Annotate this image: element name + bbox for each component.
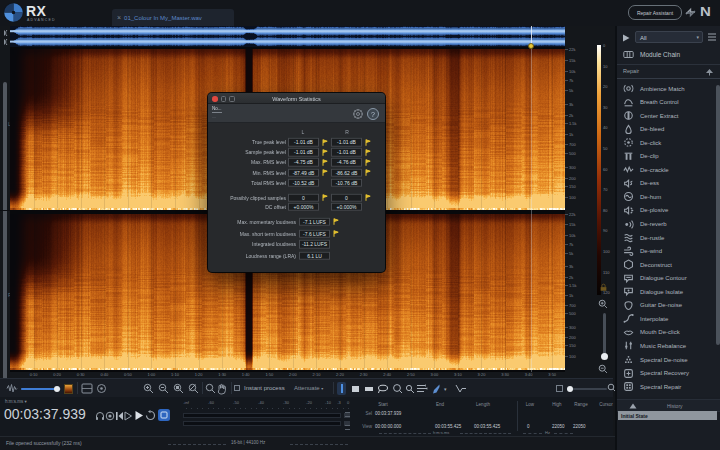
module-item[interactable]: Dialogue Isolate [617, 285, 717, 298]
hand-tool-icon[interactable] [216, 383, 228, 395]
channel-select-icons[interactable] [1, 29, 9, 47]
monitor-headphones-icon[interactable] [95, 410, 105, 421]
module-item[interactable]: Ambience Match [617, 82, 717, 95]
waveform-view-icon[interactable] [6, 383, 18, 394]
zoom-in-icon[interactable] [143, 383, 154, 394]
module-item[interactable]: Spectral Recovery [617, 367, 717, 380]
instant-process-label[interactable]: Instant process [244, 385, 285, 391]
zoom-out-icon[interactable] [158, 383, 169, 394]
spectrogram-view-icon[interactable] [64, 384, 73, 394]
vertical-zoom-slider-knob[interactable] [601, 353, 608, 360]
gear-icon[interactable] [352, 108, 364, 120]
time-ruler-label: 1:00 [147, 372, 155, 377]
dialog-title-bar[interactable]: Waveform Statistics [208, 93, 385, 104]
horizontal-zoom-track[interactable] [567, 388, 607, 391]
waveform-overview[interactable] [10, 26, 565, 47]
frequency-selection-tool-icon[interactable] [365, 387, 373, 391]
repair-section-header[interactable]: Repair [623, 68, 639, 74]
loop-playback-button[interactable] [145, 410, 156, 421]
tab-close-icon[interactable]: × [117, 14, 121, 21]
collapse-triangle-icon[interactable] [629, 403, 637, 409]
module-item[interactable]: De-plosive [617, 204, 717, 217]
module-item[interactable]: De-hum [617, 190, 717, 203]
play-button[interactable] [134, 410, 144, 421]
blend-slider-knob[interactable] [54, 386, 60, 392]
file-tab[interactable]: × 01_Colour In My_Master.wav [112, 9, 234, 26]
module-chain-item[interactable]: Module Chain [640, 51, 680, 58]
row-lock-icon[interactable] [345, 425, 350, 430]
vertical-scrollbar[interactable] [3, 82, 7, 392]
frequency-tick [565, 178, 568, 179]
module-item[interactable]: Deconstruct [617, 258, 717, 271]
pin-icon[interactable] [705, 68, 714, 76]
zoom-out-vertical-icon[interactable] [598, 364, 608, 374]
left-gutter: L R [0, 26, 10, 372]
magnify-tool-icon[interactable] [205, 383, 216, 394]
module-filter-select[interactable]: All ▾ [635, 31, 703, 43]
horizontal-zoom-knob[interactable] [567, 386, 573, 392]
history-panel: History Initial State [615, 397, 720, 450]
time-format-dropdown[interactable]: h:m:s.ms ▾ [5, 399, 27, 404]
wand-zoom-icon[interactable] [392, 383, 403, 394]
lasso-tool-icon[interactable] [377, 384, 389, 394]
panel-divider [617, 64, 720, 65]
panel-menu-icon[interactable] [707, 32, 717, 42]
module-item[interactable]: Interpolate [617, 312, 717, 325]
module-item[interactable]: Spectral Repair [617, 380, 717, 393]
module-item[interactable]: De-crackle [617, 163, 717, 176]
module-item[interactable]: De-ess [617, 177, 717, 190]
module-item[interactable]: De-wind [617, 245, 717, 258]
brush-tool-icon[interactable] [429, 383, 441, 395]
zoom-selection-icon[interactable] [173, 383, 184, 394]
meter-tick [251, 408, 252, 410]
time-frequency-selection-tool-icon[interactable] [352, 386, 359, 393]
preset-dropdown[interactable]: Attenuate ▾ [294, 385, 323, 391]
scale-lock-icon[interactable] [599, 283, 608, 292]
harmonics-select-icon[interactable] [416, 383, 428, 394]
module-item[interactable]: Breath Control [617, 96, 717, 109]
zoom-reset-icon[interactable] [188, 383, 199, 394]
module-item[interactable]: De-reverb [617, 218, 717, 231]
module-item[interactable]: Mouth De-click [617, 326, 717, 339]
module-item[interactable]: De-rustle [617, 231, 717, 244]
playhead-marker-dot[interactable] [528, 43, 534, 49]
repair-assistant-button[interactable]: Repair Assistant [628, 5, 682, 20]
app-logo-text: RX [26, 3, 46, 19]
module-item[interactable]: Guitar De-noise [617, 299, 717, 312]
time-ruler-label: 0:10 [30, 372, 38, 377]
module-item[interactable]: De-click [617, 136, 717, 149]
help-icon[interactable]: ? [367, 108, 379, 120]
stat-value-left: -10.52 dB [288, 179, 319, 188]
module-item[interactable]: Dialogue Contour [617, 272, 717, 285]
module-item[interactable]: De-clip [617, 150, 717, 163]
time-selection-tool-icon[interactable] [341, 384, 344, 393]
fade-tool-icon[interactable] [455, 383, 467, 394]
horizontal-zoom-fit-icon[interactable] [556, 385, 563, 392]
module-chain-icon[interactable] [623, 49, 634, 60]
settings-wheel-icon[interactable] [96, 383, 107, 394]
run-module-button[interactable] [622, 34, 630, 42]
module-item[interactable]: Spectral De-noise [617, 353, 717, 366]
row-lock-icon[interactable] [345, 412, 350, 417]
history-entry-selected[interactable]: Initial State [618, 411, 717, 420]
status-divider [168, 444, 226, 445]
loop-selection-toggle[interactable] [158, 409, 170, 421]
instant-process-checkbox[interactable] [234, 385, 240, 391]
module-item[interactable]: De-bleed [617, 123, 717, 136]
layout-toggle-icon[interactable] [81, 383, 93, 394]
module-list-scrollbar[interactable] [716, 85, 720, 345]
play-backward-button[interactable] [124, 411, 133, 421]
module-label: De-plosive [640, 207, 668, 213]
selection-grid-value: 00:03:55.425 [435, 424, 461, 429]
module-item[interactable]: Music Rebalance [617, 339, 717, 352]
frequency-tick [565, 115, 568, 116]
source-selector[interactable]: No... [212, 106, 222, 113]
playhead-line[interactable] [531, 26, 532, 372]
zoom-in-vertical-icon[interactable] [598, 299, 608, 309]
module-item[interactable]: Center Extract [617, 109, 717, 122]
find-similar-icon[interactable] [405, 384, 415, 394]
module-label: Dialogue Isolate [640, 289, 683, 295]
tool-dropdown-caret[interactable]: ▾ [444, 386, 447, 392]
record-button[interactable] [105, 411, 115, 421]
go-to-start-button[interactable] [115, 411, 124, 421]
